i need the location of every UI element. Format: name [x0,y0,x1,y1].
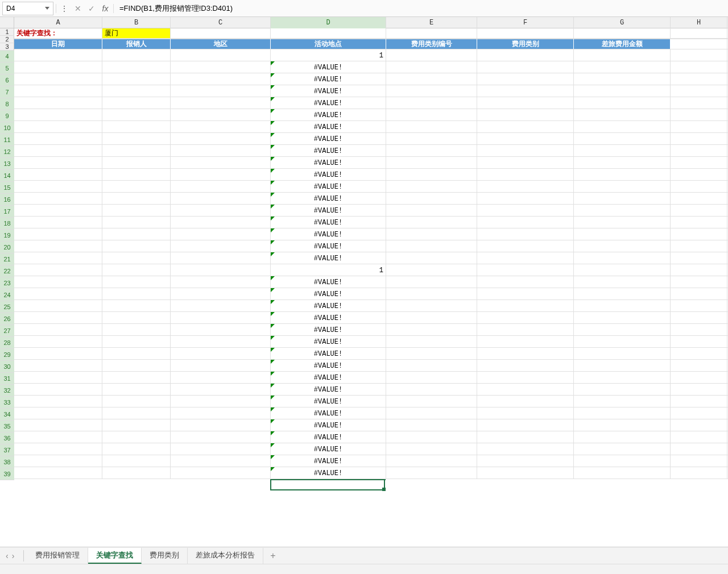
cell[interactable] [574,264,671,276]
row-header[interactable]: 4 [0,51,14,63]
cell[interactable] [171,228,271,240]
cell[interactable] [671,467,727,479]
cell[interactable] [171,73,271,85]
cell[interactable] [477,193,574,205]
row-header[interactable]: 16 [0,194,14,206]
cell[interactable] [574,396,671,407]
cell[interactable] [574,228,671,240]
cell[interactable] [671,109,727,121]
cell[interactable] [386,61,477,73]
cell[interactable] [477,169,574,181]
column-header[interactable]: F [477,17,574,28]
cell[interactable] [102,97,171,109]
cell[interactable]: #VALUE! [271,121,386,133]
cell[interactable] [102,360,171,372]
row-header[interactable]: 22 [0,265,14,277]
row-header[interactable]: 21 [0,253,14,265]
cell[interactable] [671,28,727,38]
cell[interactable] [102,324,171,336]
cell[interactable] [102,109,171,121]
cell[interactable]: 费用类别编号 [386,39,477,49]
cell[interactable] [574,145,671,157]
row-header[interactable]: 13 [0,158,14,170]
cell[interactable] [14,419,102,431]
cell[interactable] [477,431,574,443]
cell[interactable] [14,193,102,205]
cell[interactable] [102,133,171,145]
row-header[interactable]: 12 [0,146,14,158]
cell[interactable] [477,240,574,252]
cell[interactable]: #VALUE! [271,467,386,479]
row-header[interactable]: 7 [0,86,14,98]
cell[interactable] [671,193,727,205]
cell[interactable] [102,157,171,169]
cell[interactable] [386,133,477,145]
cell[interactable]: 1 [271,49,386,61]
cell[interactable] [386,49,477,61]
cell[interactable]: #VALUE! [271,300,386,312]
cell[interactable] [171,49,271,61]
cell[interactable] [14,360,102,372]
column-header[interactable]: C [171,17,271,28]
row-header[interactable]: 10 [0,122,14,134]
cell[interactable] [477,228,574,240]
cell[interactable] [102,240,171,252]
cell[interactable]: #VALUE! [271,431,386,443]
cell[interactable] [386,336,477,348]
cell[interactable] [171,205,271,217]
cell[interactable] [171,372,271,384]
cell[interactable] [386,276,477,288]
cell[interactable] [574,419,671,431]
cell[interactable]: #VALUE! [271,407,386,419]
cell[interactable] [574,443,671,455]
cell[interactable] [14,133,102,145]
cell[interactable] [14,384,102,396]
cell[interactable] [171,240,271,252]
cell[interactable] [386,396,477,407]
cell[interactable] [671,288,727,300]
cell[interactable] [574,49,671,61]
cell[interactable] [671,217,727,228]
cell[interactable] [386,240,477,252]
cell[interactable]: #VALUE! [271,396,386,407]
cell[interactable] [477,109,574,121]
row-header[interactable]: 14 [0,170,14,182]
cell[interactable] [574,252,671,264]
cell[interactable] [171,217,271,228]
name-box[interactable]: D4 [2,2,53,15]
cell[interactable] [477,217,574,228]
cell[interactable] [102,336,171,348]
cell[interactable] [386,443,477,455]
cell[interactable] [671,157,727,169]
cell[interactable]: #VALUE! [271,169,386,181]
cell[interactable] [14,336,102,348]
cell[interactable] [671,372,727,384]
cell[interactable] [14,467,102,479]
cell[interactable] [171,109,271,121]
row-header[interactable]: 15 [0,182,14,194]
cell[interactable] [171,348,271,360]
row-header[interactable]: 37 [0,444,14,456]
cell[interactable] [171,252,271,264]
cell[interactable] [14,205,102,217]
cell[interactable]: #VALUE! [271,336,386,348]
cell[interactable] [14,97,102,109]
cell[interactable] [386,312,477,324]
row-header[interactable]: 39 [0,468,14,480]
cell[interactable] [671,312,727,324]
cell[interactable] [171,431,271,443]
cell[interactable] [102,228,171,240]
cell[interactable] [386,109,477,121]
cell[interactable] [477,348,574,360]
cell[interactable] [386,407,477,419]
cell[interactable] [102,312,171,324]
cell[interactable] [14,73,102,85]
cell[interactable] [14,240,102,252]
cell[interactable] [171,97,271,109]
cell[interactable] [477,336,574,348]
cell[interactable] [574,240,671,252]
cell[interactable] [574,73,671,85]
row-header[interactable]: 23 [0,277,14,289]
cell[interactable] [386,384,477,396]
cell[interactable] [102,145,171,157]
